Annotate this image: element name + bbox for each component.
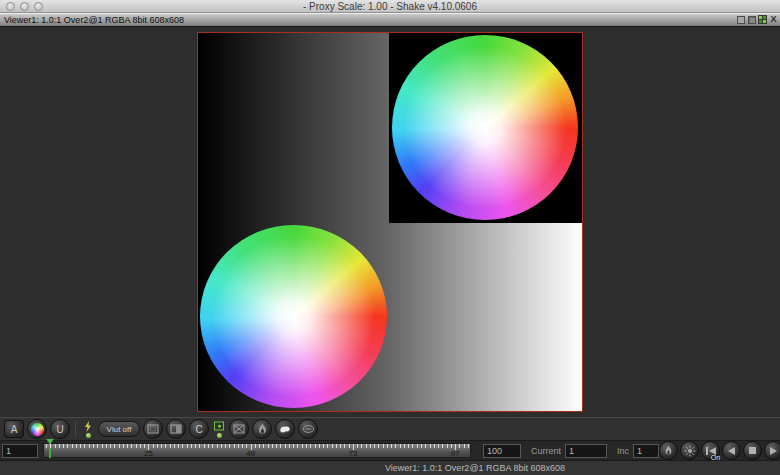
flipbook-button[interactable] — [659, 441, 678, 460]
current-frame-input[interactable] — [2, 444, 38, 458]
active-node-indicator-icon[interactable] — [758, 15, 767, 24]
composite-image[interactable] — [197, 32, 583, 412]
increment-input[interactable] — [633, 444, 659, 458]
play-triangle-icon — [770, 447, 777, 455]
toolbar-divider — [75, 421, 76, 437]
status-bar: Viewer1: 1.0:1 Over2@1 RGBA 8bit 608x608 — [0, 460, 780, 475]
lightning-icon — [84, 421, 92, 432]
update-mode-button[interactable]: U — [50, 419, 70, 439]
viewer-toolbar: A U Vlut off — [0, 417, 780, 440]
roi-led — [217, 433, 222, 438]
inc-label: Inc — [617, 446, 629, 456]
stereo-view-button[interactable] — [298, 419, 318, 439]
detach-viewer-icon[interactable] — [736, 15, 745, 24]
render-flipbook-button[interactable] — [252, 419, 272, 439]
viewer-tab-controls: X — [736, 15, 778, 24]
flame-icon — [257, 423, 268, 435]
stop-icon — [749, 447, 756, 454]
alpha-channel-button[interactable]: A — [4, 420, 24, 438]
stop-button[interactable] — [743, 441, 762, 460]
cache-button[interactable] — [275, 419, 295, 439]
split-viewer-icon[interactable] — [747, 15, 756, 24]
time-bar: 25497397 Current Inc — [0, 440, 780, 460]
play-reverse-button[interactable] — [722, 441, 741, 460]
frame-icon — [147, 424, 159, 434]
radiating-circle-icon — [684, 445, 696, 457]
colorwheel-top-right — [392, 35, 578, 220]
vlut-toggle[interactable] — [81, 421, 95, 438]
window-title: - Proxy Scale: 1.00 - Shake v4.10.0606 — [0, 1, 780, 12]
viewer-tab[interactable]: Viewer1: 1.0:1 Over2@1 RGBA 8bit 608x608 — [4, 15, 184, 25]
compare-mode-label: C — [195, 424, 202, 435]
vlut-label: Vlut off — [107, 425, 132, 434]
rgb-channels-button[interactable] — [27, 419, 47, 439]
play-reverse-loop-button[interactable]: On — [701, 441, 720, 460]
colorwheel-bottom-left — [200, 225, 387, 408]
compare-buffers-button[interactable] — [166, 419, 186, 439]
reverse-triangle-icon — [728, 447, 735, 455]
alpha-channel-label: A — [11, 424, 18, 435]
foreground-plate-black — [389, 33, 582, 223]
play-forward-button[interactable] — [764, 441, 780, 460]
status-text: Viewer1: 1.0:1 Over2@1 RGBA 8bit 608x608 — [385, 463, 565, 473]
vlut-led — [86, 433, 91, 438]
render-proxies-button[interactable] — [680, 441, 699, 460]
close-viewer-icon[interactable]: X — [769, 15, 778, 24]
timeline-ruler[interactable]: 25497397 — [43, 443, 471, 458]
dod-button[interactable] — [229, 419, 249, 439]
shake-window: - Proxy Scale: 1.00 - Shake v4.10.0606 V… — [0, 0, 780, 475]
oval-icon — [302, 424, 315, 434]
roi-toggle[interactable] — [212, 421, 226, 438]
compare-mode-button[interactable]: C — [189, 419, 209, 439]
vlut-button[interactable]: Vlut off — [98, 421, 140, 437]
viewer-tabbar: Viewer1: 1.0:1 Over2@1 RGBA 8bit 608x608… — [0, 13, 780, 27]
playhead[interactable] — [49, 440, 51, 458]
viewer-canvas[interactable] — [0, 27, 780, 417]
box-x-icon — [233, 424, 245, 434]
window-titlebar: - Proxy Scale: 1.00 - Shake v4.10.0606 — [0, 0, 780, 13]
roi-icon — [213, 421, 225, 432]
color-wheel-icon — [31, 423, 44, 436]
end-frame-input[interactable] — [483, 444, 521, 458]
split-view-icon — [170, 424, 182, 434]
white-blob-icon — [278, 424, 292, 435]
update-mode-label: U — [56, 424, 63, 435]
current-value-input[interactable] — [565, 444, 607, 458]
flame-icon — [664, 445, 673, 456]
fit-image-button[interactable] — [143, 419, 163, 439]
transport-controls: On On — [659, 441, 780, 460]
current-label: Current — [531, 446, 561, 456]
bar-icon — [706, 447, 708, 455]
